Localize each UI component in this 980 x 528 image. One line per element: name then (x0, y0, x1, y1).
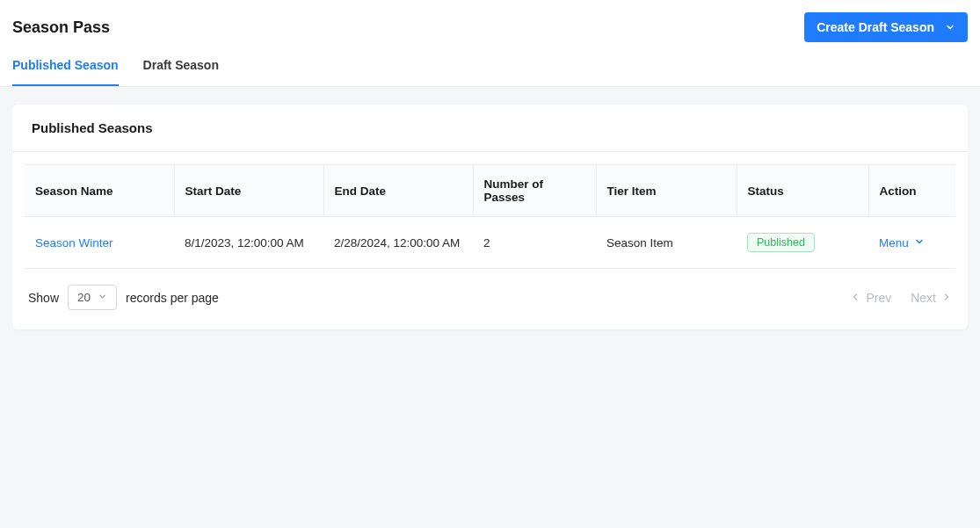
next-label: Next (911, 291, 936, 305)
seasons-table: Season Name Start Date End Date Number o… (25, 164, 955, 269)
card-title: Published Seasons (32, 120, 948, 135)
col-status: Status (737, 165, 868, 217)
chevron-down-icon (945, 22, 955, 33)
row-action-menu[interactable]: Menu (879, 236, 945, 250)
table-row: Season Winter 8/1/2023, 12:00:00 AM 2/28… (25, 217, 955, 269)
page-size-select[interactable]: 20 (68, 285, 117, 310)
season-name-link[interactable]: Season Winter (35, 236, 113, 250)
pager: Prev Next (850, 291, 952, 305)
row-action-label: Menu (879, 236, 909, 250)
prev-button[interactable]: Prev (850, 291, 891, 305)
col-tier-item: Tier Item (596, 165, 737, 217)
create-draft-season-button[interactable]: Create Draft Season (804, 12, 968, 42)
col-end-date: End Date (323, 165, 473, 217)
records-label: records per page (126, 291, 219, 305)
col-start-date: Start Date (174, 165, 323, 217)
tabs: Published Season Draft Season (0, 42, 980, 87)
create-draft-season-label: Create Draft Season (817, 20, 934, 34)
page-title: Season Pass (12, 18, 110, 37)
tab-published-season[interactable]: Published Season (12, 58, 119, 86)
chevron-down-icon (98, 291, 107, 304)
status-badge: Published (747, 233, 815, 252)
chevron-left-icon (850, 291, 860, 305)
table-header-row: Season Name Start Date End Date Number o… (25, 165, 955, 217)
col-action: Action (868, 165, 955, 217)
page-size-control: Show 20 records per page (28, 285, 219, 310)
col-season-name: Season Name (25, 165, 174, 217)
published-seasons-card: Published Seasons Season Name Start Date… (12, 105, 968, 329)
show-label: Show (28, 291, 59, 305)
cell-tier-item: Season Item (596, 217, 737, 269)
col-number-of-passes: Number of Passes (473, 165, 596, 217)
cell-number-of-passes: 2 (473, 217, 596, 269)
tab-draft-season[interactable]: Draft Season (143, 58, 219, 86)
cell-end-date: 2/28/2024, 12:00:00 AM (323, 217, 473, 269)
chevron-down-icon (914, 236, 925, 250)
chevron-right-icon (941, 291, 952, 305)
page-size-value: 20 (77, 291, 91, 304)
prev-label: Prev (866, 291, 891, 305)
cell-start-date: 8/1/2023, 12:00:00 AM (174, 217, 323, 269)
next-button[interactable]: Next (911, 291, 952, 305)
